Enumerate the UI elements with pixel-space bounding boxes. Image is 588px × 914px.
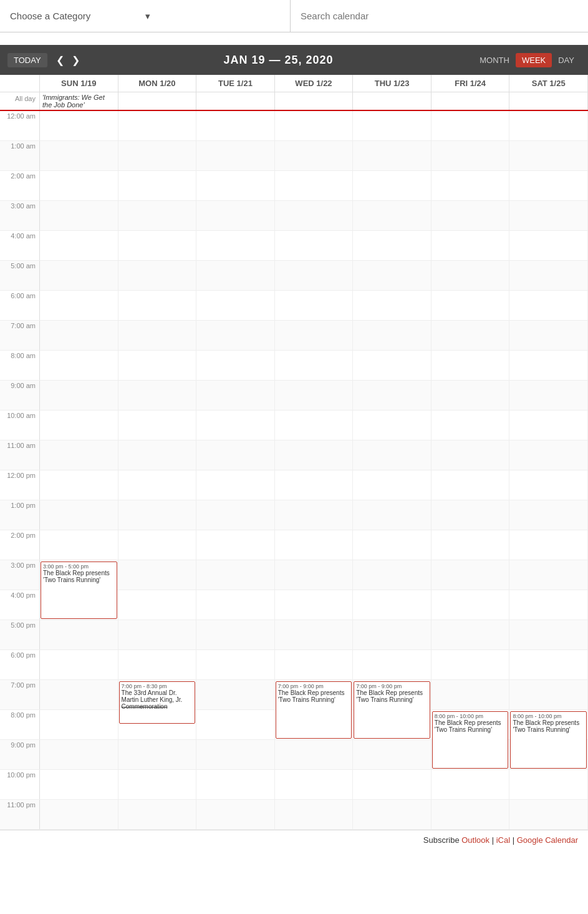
event-time: 7:00 pm - 9:00 pm (278, 683, 350, 689)
event-title: The Black Rep presents 'Two Trains Runni… (356, 689, 428, 703)
time-cell (275, 800, 354, 829)
time-label: 7:00 pm (0, 680, 40, 709)
time-cell (275, 291, 354, 320)
time-cell (118, 111, 197, 140)
time-cell (40, 650, 118, 679)
time-cell (275, 740, 354, 769)
time-label: 1:00 am (0, 141, 40, 170)
time-cell (431, 111, 510, 140)
time-cell (353, 440, 431, 470)
prev-button[interactable]: ❮ (52, 53, 68, 67)
subscribe-footer: Subscribe Outlook | iCal | Google Calend… (0, 830, 588, 850)
time-column-header (0, 75, 40, 92)
time-cell (40, 440, 118, 470)
time-label: 11:00 am (0, 440, 40, 470)
time-row: 10:00 pm (0, 770, 588, 800)
allday-cell-sun: 'Immigrants: We Get the Job Done' (40, 92, 118, 110)
time-cell (431, 351, 510, 380)
time-cell (431, 680, 510, 709)
time-row: 6:00 am (0, 291, 588, 321)
event-time: 7:00 pm - 8:30 pm (122, 683, 193, 689)
event-title: The Black Rep presents 'Two Trains Runni… (43, 570, 115, 583)
time-cell (196, 351, 275, 380)
search-input[interactable] (301, 11, 578, 21)
search-area (291, 0, 588, 32)
time-cell (118, 590, 197, 620)
time-cell (353, 530, 431, 560)
time-label: 7:00 am (0, 321, 40, 350)
time-cell (353, 500, 431, 530)
time-cell (275, 560, 354, 590)
category-dropdown[interactable]: Choose a Category ▾ (0, 0, 291, 32)
time-cell (353, 560, 431, 590)
google-calendar-link[interactable]: Google Calendar (517, 835, 578, 845)
time-cell (509, 530, 588, 560)
day-header-sat: SAT 1/25 (509, 75, 588, 92)
allday-cell-sat (509, 92, 588, 110)
time-cell (509, 440, 588, 470)
event-time: 3:00 pm - 5:00 pm (43, 563, 115, 570)
time-cell (353, 590, 431, 620)
time-label: 12:00 pm (0, 470, 40, 500)
time-label: 8:00 am (0, 351, 40, 380)
time-cell (40, 770, 118, 799)
time-cell (118, 141, 197, 170)
time-row: 3:00 am (0, 201, 588, 231)
time-cell (196, 770, 275, 799)
event-block[interactable]: 7:00 pm - 9:00 pmThe Black Rep presents … (354, 681, 430, 739)
time-cell (353, 321, 431, 350)
day-view-button[interactable]: DAY (552, 53, 581, 67)
time-cell: 7:00 pm - 9:00 pmThe Black Rep presents … (275, 680, 354, 709)
event-block[interactable]: 8:00 pm - 10:00 pmThe Black Rep presents… (432, 711, 509, 769)
time-cell (118, 650, 197, 679)
time-cell (118, 381, 197, 410)
time-cell (353, 800, 431, 829)
category-label: Choose a Category (10, 11, 145, 21)
time-cell (275, 171, 354, 200)
time-cell (40, 291, 118, 320)
next-button[interactable]: ❯ (68, 53, 84, 67)
time-cell (509, 201, 588, 230)
time-cell (196, 321, 275, 350)
time-cell (40, 800, 118, 829)
time-cell (275, 470, 354, 500)
top-bar: Choose a Category ▾ (0, 0, 588, 32)
time-row: 12:00 am (0, 111, 588, 141)
event-block[interactable]: 7:00 pm - 9:00 pmThe Black Rep presents … (276, 681, 352, 739)
ical-link[interactable]: iCal (496, 835, 510, 845)
time-cell (196, 291, 275, 320)
time-cell (196, 261, 275, 290)
time-cell (509, 770, 588, 799)
week-view-button[interactable]: WEEK (516, 53, 552, 67)
time-cell (196, 201, 275, 230)
allday-event[interactable]: 'Immigrants: We Get the Job Done' (42, 94, 105, 109)
today-button[interactable]: TODAY (7, 53, 47, 67)
time-cell (118, 261, 197, 290)
time-label: 4:00 pm (0, 590, 40, 620)
event-time: 8:00 pm - 10:00 pm (435, 713, 506, 719)
time-cell (196, 530, 275, 560)
time-cell (509, 500, 588, 530)
time-cell (118, 530, 197, 560)
time-cell: 3:00 pm - 5:00 pmThe Black Rep presents … (40, 560, 118, 590)
event-block[interactable]: 7:00 pm - 8:30 pmThe 33rd Annual Dr. Mar… (119, 681, 196, 724)
time-cell (353, 411, 431, 440)
event-block[interactable]: 8:00 pm - 10:00 pmThe Black Rep presents… (510, 711, 587, 769)
month-view-button[interactable]: MONTH (473, 53, 516, 67)
time-cell (275, 231, 354, 260)
time-cell (196, 141, 275, 170)
time-cell (118, 411, 197, 440)
time-cell (196, 470, 275, 500)
time-label: 4:00 am (0, 231, 40, 260)
time-label: 12:00 am (0, 111, 40, 140)
event-block[interactable]: 3:00 pm - 5:00 pmThe Black Rep presents … (41, 562, 117, 619)
time-cell (509, 261, 588, 290)
separator-2: | (513, 835, 517, 845)
time-cell (509, 620, 588, 649)
time-cell (40, 470, 118, 500)
time-cell (353, 141, 431, 170)
day-header-fri: FRI 1/24 (431, 75, 510, 92)
time-row: 7:00 pm7:00 pm - 8:30 pmThe 33rd Annual … (0, 680, 588, 710)
event-title: The Black Rep presents 'Two Trains Runni… (278, 689, 350, 703)
outlook-link[interactable]: Outlook (461, 835, 489, 845)
